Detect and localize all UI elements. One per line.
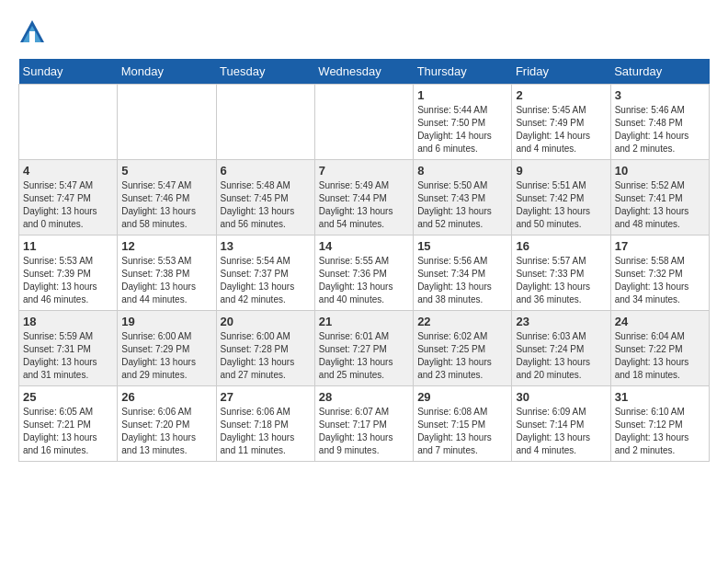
day-number: 2: [516, 88, 606, 102]
header-friday: Friday: [512, 59, 610, 85]
day-number: 28: [319, 390, 409, 404]
day-number: 5: [121, 164, 211, 178]
day-number: 31: [615, 390, 705, 404]
day-info: Sunrise: 6:10 AM Sunset: 7:12 PM Dayligh…: [615, 406, 705, 457]
day-number: 11: [23, 239, 113, 253]
calendar-cell: 19Sunrise: 6:00 AM Sunset: 7:29 PM Dayli…: [118, 311, 216, 386]
day-info: Sunrise: 5:44 AM Sunset: 7:50 PM Dayligh…: [417, 104, 507, 155]
calendar-cell: 13Sunrise: 5:54 AM Sunset: 7:37 PM Dayli…: [216, 236, 314, 311]
day-number: 4: [23, 164, 113, 178]
day-number: 25: [23, 390, 113, 404]
day-info: Sunrise: 5:58 AM Sunset: 7:32 PM Dayligh…: [615, 255, 705, 306]
logo: [18, 18, 50, 50]
day-number: 29: [417, 390, 507, 404]
day-info: Sunrise: 5:49 AM Sunset: 7:44 PM Dayligh…: [319, 179, 409, 231]
day-number: 12: [121, 239, 211, 253]
day-info: Sunrise: 6:06 AM Sunset: 7:18 PM Dayligh…: [221, 406, 311, 457]
day-number: 3: [615, 88, 705, 102]
day-number: 17: [615, 239, 705, 253]
calendar-cell: 18Sunrise: 5:59 AM Sunset: 7:31 PM Dayli…: [19, 311, 118, 386]
day-info: Sunrise: 5:47 AM Sunset: 7:46 PM Dayligh…: [121, 179, 211, 231]
calendar-cell: 15Sunrise: 5:56 AM Sunset: 7:34 PM Dayli…: [414, 236, 512, 311]
day-number: 14: [319, 239, 409, 253]
calendar-cell: 22Sunrise: 6:02 AM Sunset: 7:25 PM Dayli…: [414, 311, 512, 386]
day-number: 30: [516, 390, 606, 404]
day-info: Sunrise: 6:04 AM Sunset: 7:22 PM Dayligh…: [615, 330, 705, 382]
day-info: Sunrise: 6:08 AM Sunset: 7:15 PM Dayligh…: [417, 406, 507, 457]
calendar-cell: 11Sunrise: 5:53 AM Sunset: 7:39 PM Dayli…: [19, 236, 118, 311]
day-number: 23: [516, 315, 606, 328]
day-info: Sunrise: 6:00 AM Sunset: 7:29 PM Dayligh…: [121, 330, 211, 382]
day-info: Sunrise: 5:48 AM Sunset: 7:45 PM Dayligh…: [221, 179, 311, 231]
calendar-cell: [118, 85, 216, 160]
day-info: Sunrise: 5:47 AM Sunset: 7:47 PM Dayligh…: [23, 179, 113, 231]
calendar-week-row: 11Sunrise: 5:53 AM Sunset: 7:39 PM Dayli…: [19, 236, 710, 311]
calendar-cell: 8Sunrise: 5:50 AM Sunset: 7:43 PM Daylig…: [414, 160, 512, 236]
day-number: 20: [221, 315, 311, 328]
calendar-cell: 28Sunrise: 6:07 AM Sunset: 7:17 PM Dayli…: [314, 386, 413, 462]
day-info: Sunrise: 5:51 AM Sunset: 7:42 PM Dayligh…: [516, 179, 606, 231]
header-wednesday: Wednesday: [314, 59, 413, 85]
svg-rect-2: [29, 31, 35, 42]
day-info: Sunrise: 5:55 AM Sunset: 7:36 PM Dayligh…: [319, 255, 409, 306]
calendar-cell: 24Sunrise: 6:04 AM Sunset: 7:22 PM Dayli…: [610, 311, 709, 386]
day-info: Sunrise: 6:05 AM Sunset: 7:21 PM Dayligh…: [23, 406, 113, 457]
day-info: Sunrise: 5:46 AM Sunset: 7:48 PM Dayligh…: [615, 104, 705, 155]
calendar-cell: [216, 85, 314, 160]
calendar-cell: 10Sunrise: 5:52 AM Sunset: 7:41 PM Dayli…: [610, 160, 709, 236]
calendar-cell: [19, 85, 118, 160]
calendar-cell: 6Sunrise: 5:48 AM Sunset: 7:45 PM Daylig…: [216, 160, 314, 236]
calendar-cell: 29Sunrise: 6:08 AM Sunset: 7:15 PM Dayli…: [414, 386, 512, 462]
calendar-cell: 26Sunrise: 6:06 AM Sunset: 7:20 PM Dayli…: [118, 386, 216, 462]
day-number: 10: [615, 164, 705, 178]
header-saturday: Saturday: [610, 59, 709, 85]
day-number: 13: [221, 239, 311, 253]
day-info: Sunrise: 6:00 AM Sunset: 7:28 PM Dayligh…: [221, 330, 311, 382]
day-number: 27: [221, 390, 311, 404]
calendar-cell: 20Sunrise: 6:00 AM Sunset: 7:28 PM Dayli…: [216, 311, 314, 386]
day-number: 26: [121, 390, 211, 404]
day-info: Sunrise: 6:03 AM Sunset: 7:24 PM Dayligh…: [516, 330, 606, 382]
day-number: 8: [417, 164, 507, 178]
calendar-week-row: 1Sunrise: 5:44 AM Sunset: 7:50 PM Daylig…: [19, 85, 710, 160]
calendar-cell: 17Sunrise: 5:58 AM Sunset: 7:32 PM Dayli…: [610, 236, 709, 311]
day-number: 6: [221, 164, 311, 178]
header-thursday: Thursday: [414, 59, 512, 85]
day-info: Sunrise: 5:59 AM Sunset: 7:31 PM Dayligh…: [23, 330, 113, 382]
calendar-cell: 3Sunrise: 5:46 AM Sunset: 7:48 PM Daylig…: [610, 85, 709, 160]
day-number: 21: [319, 315, 409, 328]
calendar-cell: 30Sunrise: 6:09 AM Sunset: 7:14 PM Dayli…: [512, 386, 610, 462]
day-info: Sunrise: 5:54 AM Sunset: 7:37 PM Dayligh…: [221, 255, 311, 306]
calendar-cell: 4Sunrise: 5:47 AM Sunset: 7:47 PM Daylig…: [19, 160, 118, 236]
day-number: 1: [417, 88, 507, 102]
calendar-week-row: 25Sunrise: 6:05 AM Sunset: 7:21 PM Dayli…: [19, 386, 710, 462]
day-info: Sunrise: 5:53 AM Sunset: 7:39 PM Dayligh…: [23, 255, 113, 306]
day-number: 18: [23, 315, 113, 328]
calendar-cell: 2Sunrise: 5:45 AM Sunset: 7:49 PM Daylig…: [512, 85, 610, 160]
calendar-cell: 1Sunrise: 5:44 AM Sunset: 7:50 PM Daylig…: [414, 85, 512, 160]
calendar-week-row: 4Sunrise: 5:47 AM Sunset: 7:47 PM Daylig…: [19, 160, 710, 236]
day-info: Sunrise: 6:01 AM Sunset: 7:27 PM Dayligh…: [319, 330, 409, 382]
day-number: 15: [417, 239, 507, 253]
day-number: 24: [615, 315, 705, 328]
calendar-cell: 31Sunrise: 6:10 AM Sunset: 7:12 PM Dayli…: [610, 386, 709, 462]
header-tuesday: Tuesday: [216, 59, 314, 85]
calendar-cell: 14Sunrise: 5:55 AM Sunset: 7:36 PM Dayli…: [314, 236, 413, 311]
day-info: Sunrise: 5:52 AM Sunset: 7:41 PM Dayligh…: [615, 179, 705, 231]
logo-icon: [18, 18, 46, 46]
day-number: 7: [319, 164, 409, 178]
day-info: Sunrise: 5:53 AM Sunset: 7:38 PM Dayligh…: [121, 255, 211, 306]
day-number: 19: [121, 315, 211, 328]
calendar-cell: 7Sunrise: 5:49 AM Sunset: 7:44 PM Daylig…: [314, 160, 413, 236]
day-info: Sunrise: 6:09 AM Sunset: 7:14 PM Dayligh…: [516, 406, 606, 457]
day-info: Sunrise: 6:06 AM Sunset: 7:20 PM Dayligh…: [121, 406, 211, 457]
day-info: Sunrise: 5:57 AM Sunset: 7:33 PM Dayligh…: [516, 255, 606, 306]
calendar-cell: 27Sunrise: 6:06 AM Sunset: 7:18 PM Dayli…: [216, 386, 314, 462]
calendar-header-row: SundayMondayTuesdayWednesdayThursdayFrid…: [19, 59, 710, 85]
calendar-table: SundayMondayTuesdayWednesdayThursdayFrid…: [18, 59, 710, 462]
day-number: 22: [417, 315, 507, 328]
calendar-cell: 12Sunrise: 5:53 AM Sunset: 7:38 PM Dayli…: [118, 236, 216, 311]
calendar-cell: 9Sunrise: 5:51 AM Sunset: 7:42 PM Daylig…: [512, 160, 610, 236]
calendar-cell: 21Sunrise: 6:01 AM Sunset: 7:27 PM Dayli…: [314, 311, 413, 386]
day-info: Sunrise: 6:07 AM Sunset: 7:17 PM Dayligh…: [319, 406, 409, 457]
